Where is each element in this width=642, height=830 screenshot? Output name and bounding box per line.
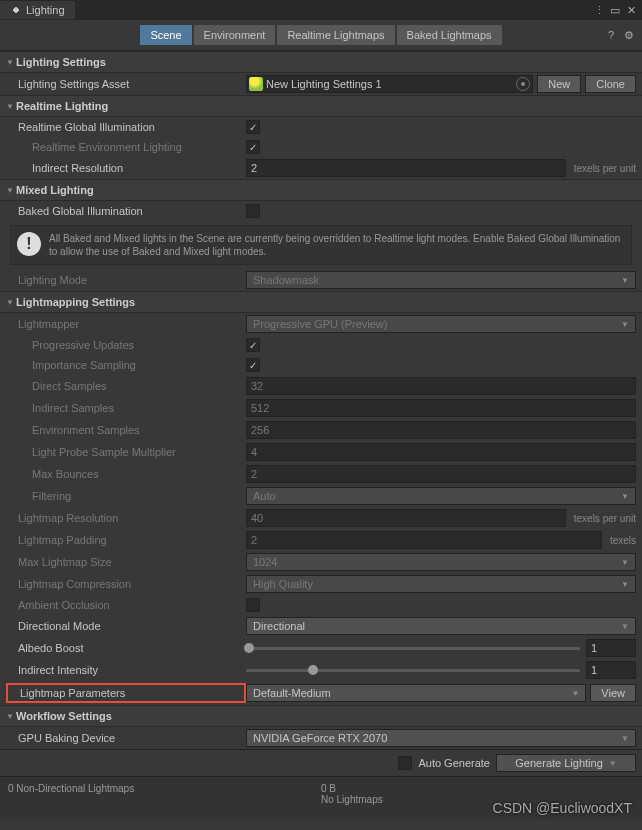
- section-title: Lightmapping Settings: [16, 296, 135, 308]
- titlebar: Lighting ⋮ ▭ ✕: [0, 0, 642, 20]
- input-indirect-samples[interactable]: [246, 399, 636, 417]
- asset-field[interactable]: New Lighting Settings 1: [246, 75, 533, 93]
- label-lightmapper: Lightmapper: [6, 318, 246, 330]
- section-workflow[interactable]: ▼ Workflow Settings: [0, 705, 642, 727]
- label-env-samples: Environment Samples: [6, 424, 246, 436]
- new-button[interactable]: New: [537, 75, 581, 93]
- input-max-bounces[interactable]: [246, 465, 636, 483]
- window-title: Lighting: [26, 4, 65, 16]
- label-auto-generate: Auto Generate: [418, 757, 490, 769]
- tab-realtime-lightmaps[interactable]: Realtime Lightmaps: [277, 25, 394, 45]
- checkbox-realtime-env[interactable]: [246, 140, 260, 154]
- input-direct-samples[interactable]: [246, 377, 636, 395]
- section-realtime-lighting[interactable]: ▼ Realtime Lighting: [0, 95, 642, 117]
- watermark: CSDN @EucliwoodXT: [493, 800, 632, 816]
- object-picker-icon[interactable]: [516, 77, 530, 91]
- dropdown-gpu-device[interactable]: NVIDIA GeForce RTX 2070▼: [246, 729, 636, 747]
- view-button[interactable]: View: [590, 684, 636, 702]
- input-indirect-res[interactable]: [246, 159, 566, 177]
- checkbox-ambient-occ[interactable]: [246, 598, 260, 612]
- input-indirect-val[interactable]: [586, 661, 636, 679]
- input-env-samples[interactable]: [246, 421, 636, 439]
- checkbox-auto-generate[interactable]: [398, 756, 412, 770]
- label-lightmap-padding: Lightmap Padding: [6, 534, 246, 546]
- section-lighting-settings[interactable]: ▼ Lighting Settings: [0, 51, 642, 73]
- dropdown-value: Shadowmask: [253, 274, 319, 286]
- checkbox-prog-updates[interactable]: [246, 338, 260, 352]
- caret-icon: ▼: [621, 492, 629, 501]
- section-mixed-lighting[interactable]: ▼ Mixed Lighting: [0, 179, 642, 201]
- dropdown-max-lm-size[interactable]: 1024▼: [246, 553, 636, 571]
- asset-thumb-icon: [249, 77, 263, 91]
- help-icon[interactable]: ?: [604, 28, 618, 42]
- dropdown-value: Progressive GPU (Preview): [253, 318, 387, 330]
- label-realtime-gi: Realtime Global Illumination: [6, 121, 246, 133]
- tab-scene[interactable]: Scene: [140, 25, 191, 45]
- caret-icon: ▼: [609, 759, 617, 768]
- gear-icon[interactable]: ⚙: [622, 28, 636, 42]
- dropdown-value: NVIDIA GeForce RTX 2070: [253, 732, 387, 744]
- caret-icon: ▼: [621, 580, 629, 589]
- label-dir-mode: Directional Mode: [6, 620, 246, 632]
- label-realtime-env: Realtime Environment Lighting: [6, 141, 246, 153]
- footer-size: 0 B: [321, 783, 634, 794]
- label-lm-compression: Lightmap Compression: [6, 578, 246, 590]
- dropdown-value: High Quality: [253, 578, 313, 590]
- toolbar: Scene Environment Realtime Lightmaps Bak…: [0, 20, 642, 51]
- checkbox-realtime-gi[interactable]: [246, 120, 260, 134]
- dropdown-lighting-mode[interactable]: Shadowmask▼: [246, 271, 636, 289]
- tab-baked-lightmaps[interactable]: Baked Lightmaps: [397, 25, 502, 45]
- checkbox-imp-sampling[interactable]: [246, 358, 260, 372]
- section-title: Workflow Settings: [16, 710, 112, 722]
- context-menu-icon[interactable]: ⋮: [592, 3, 606, 17]
- slider-indirect[interactable]: [246, 669, 580, 672]
- unit: texels: [610, 535, 636, 546]
- section-title: Realtime Lighting: [16, 100, 108, 112]
- label-lm-params: Lightmap Parameters: [6, 683, 246, 703]
- dropdown-lightmapper[interactable]: Progressive GPU (Preview)▼: [246, 315, 636, 333]
- bottom-bar: Auto Generate Generate Lighting▼: [0, 749, 642, 776]
- section-title: Lighting Settings: [16, 56, 106, 68]
- dropdown-value: Directional: [253, 620, 305, 632]
- label-lightmap-res: Lightmap Resolution: [6, 512, 246, 524]
- chevron-down-icon: ▼: [6, 186, 16, 195]
- chevron-down-icon: ▼: [6, 712, 16, 721]
- caret-icon: ▼: [571, 689, 579, 698]
- dropdown-dir-mode[interactable]: Directional▼: [246, 617, 636, 635]
- slider-thumb[interactable]: [308, 665, 318, 675]
- caret-icon: ▼: [621, 558, 629, 567]
- label-imp-sampling: Importance Sampling: [6, 359, 246, 371]
- dropdown-lm-params[interactable]: Default-Medium▼: [246, 684, 586, 702]
- label-direct-samples: Direct Samples: [6, 380, 246, 392]
- close-icon[interactable]: ✕: [624, 3, 638, 17]
- label-max-bounces: Max Bounces: [6, 468, 246, 480]
- dock-icon[interactable]: ▭: [608, 3, 622, 17]
- label-max-lm-size: Max Lightmap Size: [6, 556, 246, 568]
- btn-label: Generate Lighting: [515, 757, 602, 769]
- caret-icon: ▼: [621, 734, 629, 743]
- dropdown-lm-compression[interactable]: High Quality▼: [246, 575, 636, 593]
- chevron-down-icon: ▼: [6, 298, 16, 307]
- dropdown-filtering[interactable]: Auto▼: [246, 487, 636, 505]
- label-ambient-occ: Ambient Occlusion: [6, 599, 246, 611]
- label-gpu-device: GPU Baking Device: [6, 732, 246, 744]
- info-box: ! All Baked and Mixed lights in the Scen…: [10, 225, 632, 265]
- label-filtering: Filtering: [6, 490, 246, 502]
- label-prog-updates: Progressive Updates: [6, 339, 246, 351]
- slider-albedo[interactable]: [246, 647, 580, 650]
- input-lightmap-padding[interactable]: [246, 531, 602, 549]
- clone-button[interactable]: Clone: [585, 75, 636, 93]
- slider-thumb[interactable]: [244, 643, 254, 653]
- input-light-probe-mult[interactable]: [246, 443, 636, 461]
- input-lightmap-res[interactable]: [246, 509, 566, 527]
- label-indirect-samples: Indirect Samples: [6, 402, 246, 414]
- generate-lighting-button[interactable]: Generate Lighting▼: [496, 754, 636, 772]
- checkbox-baked-gi[interactable]: [246, 204, 260, 218]
- info-text: All Baked and Mixed lights in the Scene …: [49, 232, 625, 258]
- tab-environment[interactable]: Environment: [194, 25, 276, 45]
- section-lightmapping[interactable]: ▼ Lightmapping Settings: [0, 291, 642, 313]
- window-tab[interactable]: Lighting: [0, 1, 75, 19]
- input-albedo-val[interactable]: [586, 639, 636, 657]
- dropdown-value: 1024: [253, 556, 277, 568]
- caret-icon: ▼: [621, 320, 629, 329]
